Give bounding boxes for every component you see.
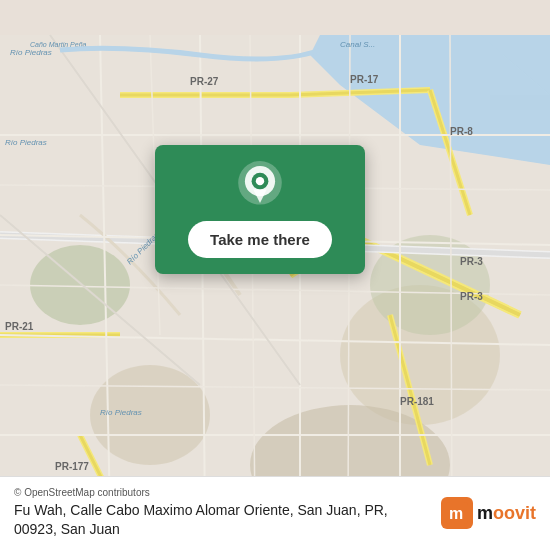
info-bar: © OpenStreetMap contributors Fu Wah, Cal… [0, 476, 550, 550]
svg-text:PR-181: PR-181 [400, 396, 434, 407]
svg-text:PR-3: PR-3 [460, 291, 483, 302]
map-container: PR-27 PR-17 PR-8 PR-3 PR-3 PR-181 PR-21 … [0, 0, 550, 550]
svg-text:Canal S...: Canal S... [340, 40, 375, 49]
osm-credit: © OpenStreetMap contributors [14, 487, 431, 498]
svg-text:PR-177: PR-177 [55, 461, 89, 472]
svg-text:m: m [449, 505, 463, 522]
svg-rect-4 [490, 95, 550, 110]
svg-text:PR-27: PR-27 [190, 76, 219, 87]
svg-rect-3 [460, 35, 550, 55]
location-card: Take me there [155, 145, 365, 274]
svg-text:Río Piedras: Río Piedras [100, 408, 142, 417]
svg-text:PR-3: PR-3 [460, 256, 483, 267]
svg-text:Río Piedras: Río Piedras [5, 138, 47, 147]
take-me-there-button[interactable]: Take me there [188, 221, 332, 258]
svg-text:PR-8: PR-8 [450, 126, 473, 137]
svg-text:PR-17: PR-17 [350, 74, 379, 85]
svg-point-66 [256, 177, 264, 185]
moovit-icon: m [441, 497, 473, 529]
svg-text:PR-21: PR-21 [5, 321, 34, 332]
location-pin-icon [234, 161, 286, 213]
moovit-logo: m moovit [441, 497, 536, 529]
location-info: © OpenStreetMap contributors Fu Wah, Cal… [14, 487, 431, 540]
location-name: Fu Wah, Calle Cabo Maximo Alomar Oriente… [14, 501, 431, 540]
moovit-text: moovit [477, 503, 536, 524]
svg-text:Río Piedras: Río Piedras [10, 48, 52, 57]
